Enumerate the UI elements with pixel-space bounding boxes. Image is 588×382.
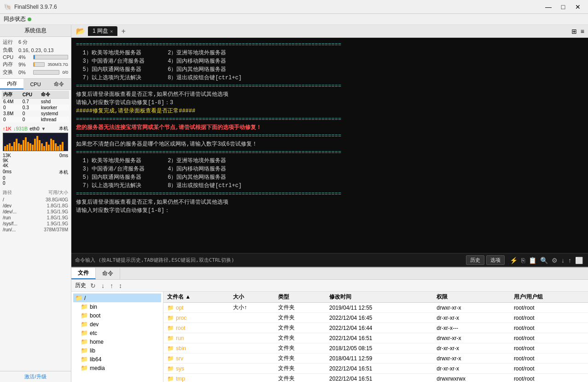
- lightning-icon-btn[interactable]: ⚡: [508, 256, 519, 264]
- tree-item[interactable]: 📁media: [73, 364, 161, 372]
- tree-root[interactable]: 📁 /: [73, 294, 161, 302]
- mem-row: 内存 9% 350M/3.7G: [3, 61, 68, 68]
- option-button[interactable]: 选项: [486, 255, 505, 265]
- col-filename[interactable]: 文件名 ▲: [163, 292, 229, 303]
- file-mtime: 2022/12/04 16:51: [326, 364, 433, 374]
- tree-item[interactable]: 📁lib: [73, 346, 161, 355]
- file-name: 📁proc: [163, 313, 229, 323]
- uptime-label: 运行: [3, 39, 17, 46]
- proc-mem: 6.4M: [2, 99, 21, 105]
- tab-commands[interactable]: 命令: [96, 268, 120, 279]
- grid-view-icon[interactable]: ⊞: [570, 27, 579, 36]
- net-chart-bar: [18, 143, 20, 151]
- tree-item[interactable]: 📁etc: [73, 329, 161, 337]
- history-button[interactable]: 历史: [466, 255, 484, 265]
- folder-nav-button[interactable]: 📂: [73, 26, 88, 36]
- mem-value: 350M/3.7G: [47, 62, 68, 67]
- proc-cmd: sshd: [40, 99, 69, 105]
- bottom-panel: 文件 命令 历史 ↻ ↓ ↑ ↕ 📁 / 📁bin📁boot📁dev📁etc📁h…: [71, 267, 588, 382]
- file-row[interactable]: 📁root 文件夹 2022/12/04 16:44 dr-xr-x--- ro…: [163, 323, 588, 333]
- file-type: 文件夹: [274, 303, 326, 313]
- swap-percent: 0%: [18, 70, 31, 75]
- net-local2: 本机: [59, 169, 68, 176]
- disk-row: /run/...378M/378M: [3, 227, 68, 233]
- col-mtime[interactable]: 修改时间: [326, 292, 433, 303]
- paste-icon-btn[interactable]: 📋: [527, 256, 538, 264]
- file-perm: dr-xr-xr-x: [433, 343, 510, 353]
- file-row[interactable]: 📁tmp 文件夹 2022/12/04 16:51 drwxrwxrwx roo…: [163, 374, 588, 382]
- scroll-up-icon-btn[interactable]: ↑: [567, 256, 573, 264]
- search-icon-btn[interactable]: 🔍: [539, 256, 549, 264]
- col-cpu: CPU: [21, 91, 40, 99]
- load-value: 0.16, 0.23, 0.13: [18, 47, 53, 53]
- col-type[interactable]: 类型: [274, 292, 326, 303]
- tree-item[interactable]: 📁lib64: [73, 355, 161, 364]
- net-chart-bar: [16, 139, 17, 151]
- sync-dot: [28, 18, 31, 21]
- list-view-icon[interactable]: ≡: [579, 27, 586, 36]
- tab-mem[interactable]: 内存: [0, 79, 23, 89]
- close-button[interactable]: ✕: [571, 2, 584, 12]
- disk-size: 38.8G/40G: [46, 197, 68, 202]
- file-row[interactable]: 📁sbin 文件夹 2018/12/05 08:15 dr-xr-xr-x ro…: [163, 343, 588, 353]
- terminal-line: 请输入对应数字尝试自动修复[1-8]：: [76, 206, 583, 215]
- tree-item[interactable]: 📁home: [73, 337, 161, 346]
- net-chart-bar: [36, 136, 38, 151]
- tree-item[interactable]: 📁bin: [73, 302, 161, 311]
- add-tab-button[interactable]: +: [117, 26, 129, 36]
- tree-item[interactable]: 📁boot: [73, 311, 161, 320]
- col-perm[interactable]: 权限: [433, 292, 510, 303]
- file-name: 📁opt: [163, 303, 229, 313]
- net-chart-bar: [27, 142, 29, 151]
- active-tab[interactable]: 1 网盘 ×: [88, 26, 117, 36]
- copy-icon-btn[interactable]: ⎘: [520, 256, 526, 264]
- download-btn[interactable]: ↑: [109, 282, 115, 290]
- net-chart-bar: [32, 145, 34, 151]
- net-local: 本机: [59, 125, 68, 132]
- net-chart-bar: [62, 142, 64, 151]
- disk-header: 路径 可用/大小: [3, 189, 68, 196]
- file-row[interactable]: 📁sys 文件夹 2022/12/04 16:51 dr-xr-xr-x roo…: [163, 364, 588, 374]
- tab-cmd[interactable]: 命令: [47, 79, 71, 89]
- net-chart-bar: [52, 140, 54, 151]
- tab-files[interactable]: 文件: [71, 268, 96, 279]
- file-size: [229, 343, 274, 353]
- sync-btn[interactable]: ↕: [117, 282, 123, 290]
- maximize-button[interactable]: □: [557, 2, 570, 12]
- disk-path: /: [3, 197, 4, 202]
- expand-icon-btn[interactable]: ⬜: [574, 256, 584, 264]
- file-row[interactable]: 📁opt 大小↑ 文件夹 2019/04/11 12:55 drwxr-xr-x…: [163, 303, 588, 313]
- net-chart-bar: [59, 145, 61, 151]
- file-size: [229, 323, 274, 333]
- activate-upgrade[interactable]: 激活/升级: [0, 371, 71, 382]
- terminal[interactable]: ========================================…: [71, 38, 588, 253]
- file-row[interactable]: 📁srv 文件夹 2018/04/11 12:59 drwxr-xr-x roo…: [163, 353, 588, 364]
- col-size[interactable]: 大小: [229, 292, 274, 303]
- scroll-down-icon-btn[interactable]: ↓: [560, 256, 566, 264]
- disk-path: /dev/...: [3, 209, 17, 214]
- file-type: 文件夹: [274, 313, 326, 323]
- tab-cpu[interactable]: CPU: [23, 79, 47, 89]
- refresh-btn[interactable]: ↻: [89, 282, 97, 290]
- file-perm: drwxrwxrwx: [433, 374, 510, 382]
- upload-btn[interactable]: ↓: [100, 282, 106, 290]
- tree-item-label: dev: [90, 321, 99, 328]
- file-owner: root/root: [510, 374, 588, 382]
- file-owner: root/root: [510, 303, 588, 313]
- file-row[interactable]: 📁proc 文件夹 2022/12/04 16:45 dr-xr-xr-x ro…: [163, 313, 588, 323]
- folder-icon: 📁: [81, 329, 88, 336]
- terminal-line: ========================================…: [76, 82, 583, 90]
- file-name: 📁root: [163, 323, 229, 333]
- swap-bar: [33, 70, 59, 75]
- file-name: 📁tmp: [163, 374, 229, 382]
- file-type: 文件夹: [274, 343, 326, 353]
- tree-item[interactable]: 📁dev: [73, 320, 161, 329]
- minimize-button[interactable]: —: [542, 2, 555, 12]
- col-mem: 内存: [2, 91, 21, 99]
- settings-icon-btn[interactable]: ⚙: [550, 256, 559, 264]
- col-owner[interactable]: 用户/用户组: [510, 292, 588, 303]
- file-row[interactable]: 📁run 文件夹 2022/12/04 16:51 drwxr-xr-x roo…: [163, 333, 588, 343]
- file-type: 文件夹: [274, 323, 326, 333]
- file-mtime: 2022/12/04 16:44: [326, 323, 433, 333]
- tab-close-button[interactable]: ×: [110, 29, 113, 34]
